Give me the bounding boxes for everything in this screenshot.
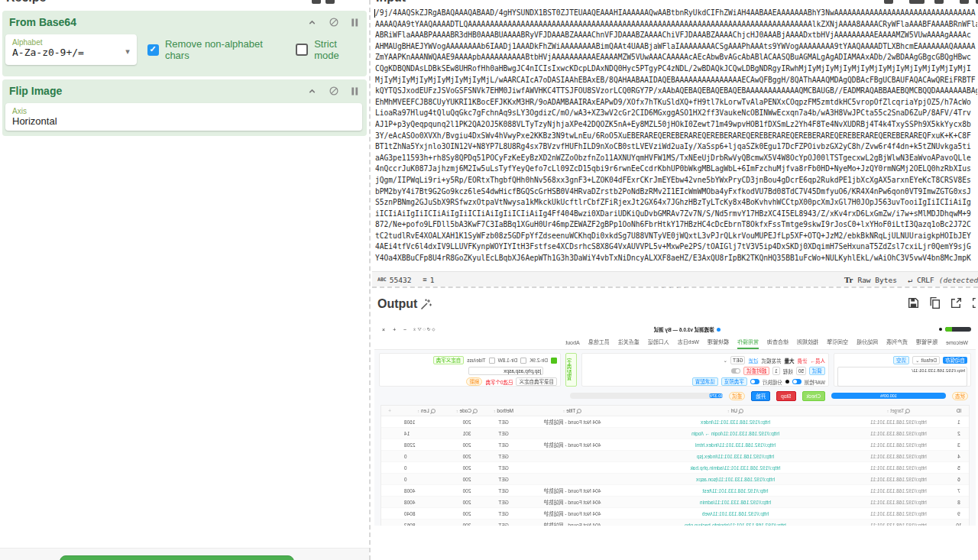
mini-dict-checkbox[interactable]: [520, 358, 526, 364]
mini-column-header[interactable]: Code↕: [449, 408, 485, 413]
mini-retry-input[interactable]: 1: [772, 367, 780, 375]
search-icon[interactable]: [577, 409, 581, 413]
axis-select[interactable]: Axis Horizontal: [5, 103, 362, 131]
mini-pay-link[interactable]: 计费: [798, 357, 808, 364]
eol-value[interactable]: CRLF: [917, 276, 934, 284]
mini-url-link[interactable]: http://192.168.133.101:11/phpinfo-backup…: [623, 523, 848, 526]
mini-save-button[interactable]: 自动保存: [943, 357, 967, 364]
mini-url-textarea[interactable]: http://192.168.133.101:11/: [837, 367, 967, 387]
mini-ext-input[interactable]: jsp,php,asp,aspx: [468, 367, 543, 375]
load-recipe-icon[interactable]: [325, 0, 335, 4]
mini-dict-preview-button[interactable]: 字典预览: [721, 377, 747, 386]
bake-button[interactable]: BAKE!: [60, 555, 294, 560]
mini-url-link[interactable]: http://192.168.133.101:11/admin.php.bak: [623, 465, 848, 471]
maximize-output-icon[interactable]: [971, 296, 978, 309]
sort-icon[interactable]: ↕: [727, 409, 730, 413]
open-folder-icon[interactable]: [960, 0, 969, 4]
mini-url-link[interactable]: http://192.168.133.101:11/index.html: [623, 442, 848, 448]
mini-url-link[interactable]: http://192.168.133.101:11/index: [623, 419, 848, 425]
mini-nav-tab[interactable]: Welcome: [946, 340, 968, 349]
mini-dict-checkbox-checked[interactable]: [551, 358, 557, 364]
search-icon[interactable]: [905, 409, 910, 413]
open-file-icon[interactable]: [934, 0, 944, 4]
alphabet-select[interactable]: Alphabet A-Za-z0-9+/= ▾: [5, 34, 137, 65]
mini-user-link[interactable]: 人员→: [811, 357, 826, 364]
mini-nav-tab[interactable]: 模块管理: [708, 338, 729, 349]
save-recipe-icon[interactable]: [312, 0, 321, 4]
mini-url-link[interactable]: http://192.168.133.101:11/web: [623, 511, 848, 516]
mini-nav-tab[interactable]: 常用操作: [737, 338, 759, 349]
mini-nav-tab[interactable]: 账号管理: [916, 338, 938, 349]
mini-method-input[interactable]: GET: [730, 356, 745, 364]
mini-check-button[interactable]: Check: [802, 391, 825, 401]
collapse-icon[interactable]: [307, 18, 317, 28]
breakpoint-icon[interactable]: [351, 18, 359, 28]
reset-layout-icon[interactable]: [909, 0, 925, 4]
chevron-down-icon[interactable]: ⌄: [724, 358, 727, 364]
mini-toggle-off[interactable]: [731, 368, 740, 374]
mini-column-header[interactable]: Method↕: [485, 408, 522, 413]
checkbox-unchecked-icon[interactable]: [296, 44, 308, 56]
mini-debug-button[interactable]: 调试: [809, 367, 825, 375]
mini-filter-link[interactable]: 过滤: [749, 357, 759, 364]
search-icon[interactable]: [739, 409, 743, 413]
mini-url-link[interactable]: http://192.168.133.101:11/json.aspx: [623, 477, 848, 482]
mini-dir-dict-button[interactable]: 目录字典自定义: [517, 377, 558, 386]
mini-url-link[interactable]: http://192.168.133.101:11/index.jsp: [623, 454, 848, 459]
mini-nav-tab[interactable]: 重点关注: [618, 338, 640, 349]
sort-icon[interactable]: ↕: [563, 409, 565, 413]
sort-icon[interactable]: ↕: [456, 409, 458, 413]
mini-start-button[interactable]: 开始: [751, 391, 770, 401]
mini-nav-tab[interactable]: 综合查询: [767, 338, 789, 349]
open-in-new-tab-icon[interactable]: [950, 296, 963, 309]
mini-column-header[interactable]: Url↕: [623, 408, 848, 413]
mini-url-link[interactable]: http://192.168.133.101:11/admin: [623, 500, 848, 505]
mini-request-config-button[interactable]: 请求配置: [692, 377, 718, 386]
sort-icon[interactable]: ↕: [494, 409, 496, 413]
breakpoint-icon[interactable]: [351, 86, 359, 96]
mini-nav-tab[interactable]: 空间引擎: [827, 338, 848, 349]
search-icon[interactable]: [473, 409, 478, 413]
mini-stop-button[interactable]: Stop: [776, 391, 795, 401]
mini-column-header[interactable]: Title↕: [522, 408, 623, 413]
mini-timeout-button[interactable]: 超时重试: [743, 367, 769, 375]
mini-clear-button[interactable]: 清空: [893, 356, 909, 364]
mini-nav-tab[interactable]: 指纹规则: [797, 338, 818, 349]
mini-nav-tab[interactable]: Web日志: [678, 338, 699, 349]
strict-mode-checkbox[interactable]: Strict mode: [296, 38, 362, 61]
disable-icon[interactable]: [329, 17, 339, 28]
mini-nav-tab[interactable]: 资产列表: [886, 338, 908, 349]
encoding-value[interactable]: Raw Bytes: [857, 276, 896, 284]
mini-refresh-button[interactable]: 刷新: [466, 377, 482, 386]
mini-dict-checkbox[interactable]: [489, 358, 495, 364]
mini-custom-dict-button[interactable]: 自定义字典: [433, 356, 465, 364]
mini-column-header[interactable]: ID: [949, 408, 969, 413]
mini-group-toggle[interactable]: [750, 379, 759, 384]
mini-column-header[interactable]: Len↕: [398, 408, 449, 413]
sort-icon[interactable]: ↕: [417, 409, 419, 413]
eol-icon[interactable]: ↵: [908, 276, 912, 284]
mini-waf-toggle[interactable]: [792, 379, 802, 384]
mini-nav-tab[interactable]: About: [565, 340, 579, 349]
disable-icon[interactable]: [329, 86, 339, 96]
copy-output-icon[interactable]: [928, 296, 941, 309]
input-pane[interactable]: Input /9j/4AAQSkZJRgABAQAAAQABAAD/4gHYSU…: [372, 0, 978, 286]
mini-nav-tab[interactable]: 员工信息: [588, 338, 610, 349]
magic-wand-icon[interactable]: [419, 298, 432, 314]
checkbox-checked-icon[interactable]: [147, 44, 159, 56]
collapse-icon[interactable]: [307, 86, 317, 96]
save-output-icon[interactable]: [907, 296, 920, 309]
mini-profile-select[interactable]: Default ⌄: [912, 356, 940, 364]
operation-flip-image[interactable]: Flip Image Axis Horizontal: [2, 79, 367, 136]
mini-thread-input[interactable]: 50: [796, 367, 806, 375]
clear-io-icon[interactable]: [884, 0, 893, 4]
mini-nav-tab[interactable]: 网站分组: [857, 338, 878, 349]
mini-url-link[interactable]: http://192.168.133.101:11/login → /login: [623, 431, 848, 436]
mini-column-header[interactable]: Target↕: [848, 408, 949, 413]
remove-non-alphabet-checkbox[interactable]: Remove non-alphabet chars: [147, 38, 285, 61]
text-encoding-icon[interactable]: Tr: [844, 275, 853, 284]
operation-from-base64[interactable]: From Base64 Alphabet A-Za-z0-9+/= ▾ Remo…: [2, 11, 367, 76]
input-textarea[interactable]: /9j/4AAQSkZJRgABAQAAAQABAAD/4gHYSUNDX1BS…: [375, 8, 977, 270]
sort-icon[interactable]: ↕: [887, 409, 889, 413]
search-icon[interactable]: [431, 409, 436, 413]
